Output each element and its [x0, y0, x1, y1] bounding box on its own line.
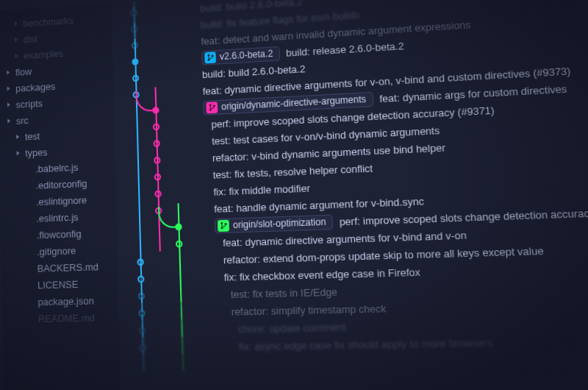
- graph-lanes: [118, 286, 209, 305]
- svg-point-2: [211, 54, 213, 57]
- chevron-right-icon: [13, 20, 21, 28]
- svg-point-3: [209, 104, 211, 106]
- svg-point-5: [212, 104, 215, 107]
- git-graph-pane: build: build 2.6.0-beta.2build: fix feat…: [112, 0, 588, 390]
- file-tree-sidebar: benchmarksdistexamplesflowpackagesscript…: [0, 3, 121, 390]
- graph-lanes: [120, 338, 211, 356]
- file-tree-label: .gitignore: [37, 244, 76, 257]
- branch-icon: [204, 52, 216, 63]
- branch-icon: [206, 102, 218, 113]
- file-tree-label: scripts: [15, 97, 43, 110]
- chevron-right-icon: [15, 149, 23, 157]
- file-icon: [26, 215, 34, 223]
- file-tree-label: .editorconfig: [36, 177, 87, 191]
- file-tree-label: package.json: [37, 294, 94, 307]
- svg-point-8: [224, 223, 226, 225]
- file-icon: [26, 231, 34, 239]
- file-tree-label: .flowconfig: [37, 227, 82, 241]
- commit-dot: [139, 344, 146, 352]
- chevron-right-icon: [13, 36, 21, 44]
- commit-message: fix: fix middle modifier: [213, 182, 310, 197]
- file-tree-label: LICENSE: [37, 278, 78, 291]
- tag-label: v2.6.0-beta.2: [220, 48, 273, 62]
- svg-point-0: [207, 54, 209, 56]
- file-tree-label: README.md: [38, 311, 95, 324]
- chevron-right-icon: [6, 85, 13, 93]
- chevron-right-icon: [6, 117, 13, 125]
- file-tree-label: packages: [15, 80, 55, 93]
- file-icon: [27, 264, 35, 272]
- branch-icon: [218, 219, 229, 231]
- commit-message: fix: async edge case fix should apply to…: [238, 336, 493, 352]
- file-tree-label: examples: [24, 47, 63, 60]
- file-tree-label: .babelrc.js: [35, 161, 79, 174]
- file-tree-label: test: [25, 130, 40, 142]
- file-icon: [28, 315, 35, 323]
- chevron-right-icon: [15, 133, 22, 141]
- file-tree-label: flow: [15, 65, 32, 77]
- commit-message-area: fix: async edge case fix should apply to…: [211, 334, 588, 353]
- graph-lanes: [119, 321, 210, 340]
- file-tree-item[interactable]: README.md: [7, 308, 115, 327]
- svg-point-1: [207, 59, 209, 61]
- file-tree-item[interactable]: package.json: [7, 291, 115, 311]
- file-icon: [26, 198, 33, 206]
- file-tree-label: src: [16, 114, 29, 126]
- svg-point-7: [220, 227, 223, 229]
- file-icon: [26, 165, 33, 173]
- file-tree-label: dist: [24, 33, 38, 45]
- chevron-right-icon: [5, 68, 12, 77]
- file-icon: [28, 298, 35, 306]
- chevron-right-icon: [13, 52, 21, 60]
- graph-lanes: [119, 303, 210, 322]
- chevron-right-icon: [6, 101, 13, 109]
- file-icon: [26, 182, 33, 190]
- graph-lanes: [118, 269, 209, 288]
- file-icon: [26, 248, 34, 256]
- commit-message: fix: fix checkbox event edge case in Fir…: [223, 266, 420, 283]
- file-tree-label: benchmarks: [23, 15, 74, 29]
- file-tree-label: .eslintrc.js: [36, 211, 78, 224]
- file-tree-label: .eslintignore: [36, 194, 87, 208]
- file-icon: [27, 281, 35, 289]
- svg-point-6: [220, 222, 223, 224]
- tag-label: origin/slot-optimization: [233, 216, 326, 230]
- file-tree-label: types: [25, 146, 48, 159]
- graph-lanes: [118, 252, 209, 272]
- file-tree-label: BACKERS.md: [37, 260, 99, 274]
- commit-message: test: fix tests in IE/Edge: [231, 286, 337, 300]
- commit-message: refactor: simplify timestamp check: [231, 302, 386, 318]
- commit-message: chore: update comment: [238, 321, 346, 335]
- svg-point-4: [209, 109, 211, 111]
